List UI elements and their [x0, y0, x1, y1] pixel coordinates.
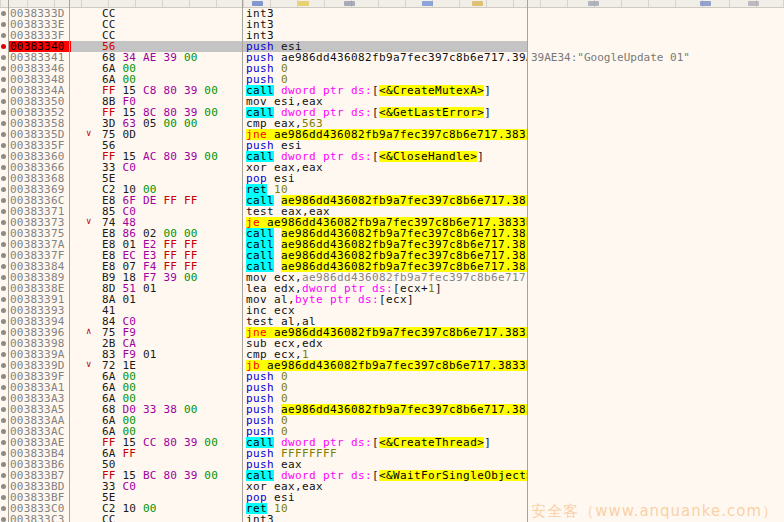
- breakpoint-dot[interactable]: [1, 253, 6, 258]
- disasm-row[interactable]: 00383352FF 15 8C 80 39 00call dword ptr …: [0, 107, 784, 118]
- instruction-cell[interactable]: lea edx,dword ptr ds:[ecx+1]: [246, 283, 527, 294]
- address-cell[interactable]: 003833AE: [10, 437, 68, 448]
- instruction-cell[interactable]: push 0: [246, 415, 527, 426]
- disasm-row[interactable]: 003833982B CAsub ecx,edx: [0, 338, 784, 349]
- address-cell[interactable]: 0038333E: [10, 19, 68, 30]
- address-cell[interactable]: 0038335D: [10, 129, 68, 140]
- address-cell[interactable]: 00383352: [10, 107, 68, 118]
- address-cell[interactable]: 00383389: [10, 272, 68, 283]
- disasm-row[interactable]: 003833A36A 00push 0: [0, 393, 784, 404]
- bytes-cell[interactable]: 6A 00: [102, 393, 241, 404]
- address-cell[interactable]: 00383340: [8, 41, 71, 52]
- address-cell[interactable]: 003833AC: [10, 426, 68, 437]
- bytes-cell[interactable]: 72 1E: [102, 360, 241, 371]
- instruction-cell[interactable]: int3: [246, 8, 527, 19]
- disasm-row[interactable]: 0038339341inc ecx: [0, 305, 784, 316]
- address-cell[interactable]: 003833C0: [10, 503, 68, 514]
- address-cell[interactable]: 003833C3: [10, 514, 68, 522]
- bytes-cell[interactable]: C2 10 00: [102, 184, 241, 195]
- bytes-cell[interactable]: 3D 63 05 00 00: [102, 118, 241, 129]
- breakpoint-dot[interactable]: [1, 418, 6, 423]
- disasm-row[interactable]: 00383360FF 15 AC 80 39 00call dword ptr …: [0, 151, 784, 162]
- bytes-cell[interactable]: 74 48: [102, 217, 241, 228]
- bytes-cell[interactable]: CC: [102, 19, 241, 30]
- instruction-cell[interactable]: push 0: [246, 63, 527, 74]
- disasm-row[interactable]: 0038333ECCint3: [0, 19, 784, 30]
- address-cell[interactable]: 00383394: [10, 316, 68, 327]
- breakpoint-dot[interactable]: [1, 341, 6, 346]
- address-cell[interactable]: 003833A3: [10, 393, 68, 404]
- address-cell[interactable]: 0038336C: [10, 195, 68, 206]
- instruction-cell[interactable]: push ae986dd436082fb9a7fec397c8b6e717.38…: [246, 404, 527, 415]
- instruction-cell[interactable]: int3: [246, 30, 527, 41]
- disasm-row[interactable]: 003833B7FF 15 BC 80 39 00call dword ptr …: [0, 470, 784, 481]
- instruction-cell[interactable]: jne ae986dd436082fb9a7fec397c8b6e717.383…: [246, 129, 527, 140]
- disasm-row[interactable]: 0038335D∨75 0Djne ae986dd436082fb9a7fec3…: [0, 129, 784, 140]
- instruction-cell[interactable]: call ae986dd436082fb9a7fec397c8b6e717.38…: [246, 195, 527, 206]
- breakpoint-dot[interactable]: [1, 484, 6, 489]
- instruction-cell[interactable]: call ae986dd436082fb9a7fec397c8b6e717.38…: [246, 261, 527, 272]
- breakpoint-dot[interactable]: [1, 506, 6, 511]
- breakpoint-dot[interactable]: [1, 209, 6, 214]
- disasm-row[interactable]: 003833A568 D0 33 38 00push ae986dd436082…: [0, 404, 784, 415]
- toolbar-icon-fragment[interactable]: [252, 1, 263, 6]
- address-cell[interactable]: 00383348: [10, 74, 68, 85]
- address-cell[interactable]: 003833B4: [10, 448, 68, 459]
- instruction-cell[interactable]: je ae986dd436082fb9a7fec397c8b6e717.3833…: [246, 217, 527, 228]
- instruction-cell[interactable]: push esi: [246, 140, 527, 151]
- instruction-cell[interactable]: push 0: [246, 393, 527, 404]
- breakpoint-dot[interactable]: [1, 495, 6, 500]
- disasm-row[interactable]: 003833AC6A 00push 0: [0, 426, 784, 437]
- breakpoint-dot[interactable]: [1, 440, 6, 445]
- instruction-cell[interactable]: ret 10: [246, 503, 527, 514]
- disasm-row[interactable]: 003833486A 00push 0: [0, 74, 784, 85]
- instruction-cell[interactable]: test eax,eax: [246, 206, 527, 217]
- bytes-cell[interactable]: 56: [102, 41, 241, 52]
- bytes-cell[interactable]: 8B F0: [102, 96, 241, 107]
- disasm-row[interactable]: 0038339F6A 00push 0: [0, 371, 784, 382]
- disasm-row[interactable]: 0038337185 C0test eax,eax: [0, 206, 784, 217]
- instruction-cell[interactable]: inc ecx: [246, 305, 527, 316]
- bytes-cell[interactable]: 85 C0: [102, 206, 241, 217]
- bytes-cell[interactable]: 5E: [102, 492, 241, 503]
- toolbar-icon-fragment[interactable]: [344, 1, 355, 6]
- address-cell[interactable]: 00383398: [10, 338, 68, 349]
- disasm-row[interactable]: 0038337AE8 01 E2 FF FFcall ae986dd436082…: [0, 239, 784, 250]
- disasm-row[interactable]: 003833685Epop esi: [0, 173, 784, 184]
- disasm-row[interactable]: 00383373∨74 48je ae986dd436082fb9a7fec39…: [0, 217, 784, 228]
- breakpoint-dot[interactable]: [1, 429, 6, 434]
- breakpoint-dot[interactable]: [1, 220, 6, 225]
- bytes-cell[interactable]: 6A 00: [102, 415, 241, 426]
- instruction-cell[interactable]: push 0: [246, 371, 527, 382]
- disasm-row[interactable]: 003833466A 00push 0: [0, 63, 784, 74]
- breakpoint-dot[interactable]: [1, 198, 6, 203]
- instruction-cell[interactable]: call ae986dd436082fb9a7fec397c8b6e717.38…: [246, 239, 527, 250]
- instruction-cell[interactable]: xor eax,eax: [246, 481, 527, 492]
- bytes-cell[interactable]: E8 EC E3 FF FF: [102, 250, 241, 261]
- address-cell[interactable]: 00383368: [10, 173, 68, 184]
- address-cell[interactable]: 003833B6: [10, 459, 68, 470]
- breakpoint-dot[interactable]: [1, 275, 6, 280]
- instruction-cell[interactable]: call dword ptr ds:[<&CreateThread>]: [246, 437, 527, 448]
- breakpoint-dot[interactable]: [1, 110, 6, 115]
- address-cell[interactable]: 00383358: [10, 118, 68, 129]
- disasm-row[interactable]: 003833918A 01mov al,byte ptr ds:[ecx]: [0, 294, 784, 305]
- instruction-cell[interactable]: push esi: [246, 41, 527, 52]
- toolbar-icon-fragment[interactable]: [472, 1, 483, 6]
- instruction-cell[interactable]: push 0: [246, 426, 527, 437]
- breakpoint-dot[interactable]: [1, 66, 6, 71]
- address-cell[interactable]: 003833A5: [10, 404, 68, 415]
- bytes-cell[interactable]: CC: [102, 8, 241, 19]
- instruction-cell[interactable]: push ae986dd436082fb9a7fec397c8b6e717.39…: [246, 52, 527, 63]
- address-cell[interactable]: 0038333D: [10, 8, 68, 19]
- instruction-cell[interactable]: mov ecx,ae986dd436082fb9a7fec397c8b6e717…: [246, 272, 527, 283]
- breakpoint-dot[interactable]: [1, 264, 6, 269]
- address-cell[interactable]: 00383346: [10, 63, 68, 74]
- instruction-cell[interactable]: call dword ptr ds:[<&GetLastError>]: [246, 107, 527, 118]
- disasm-row[interactable]: 0038335F56push esi: [0, 140, 784, 151]
- instruction-cell[interactable]: push FFFFFFFF: [246, 448, 527, 459]
- instruction-cell[interactable]: cmp ecx,1: [246, 349, 527, 360]
- instruction-cell[interactable]: test al,al: [246, 316, 527, 327]
- bytes-cell[interactable]: 8D 51 01: [102, 283, 241, 294]
- disasm-row[interactable]: 00383369C2 10 00ret 10: [0, 184, 784, 195]
